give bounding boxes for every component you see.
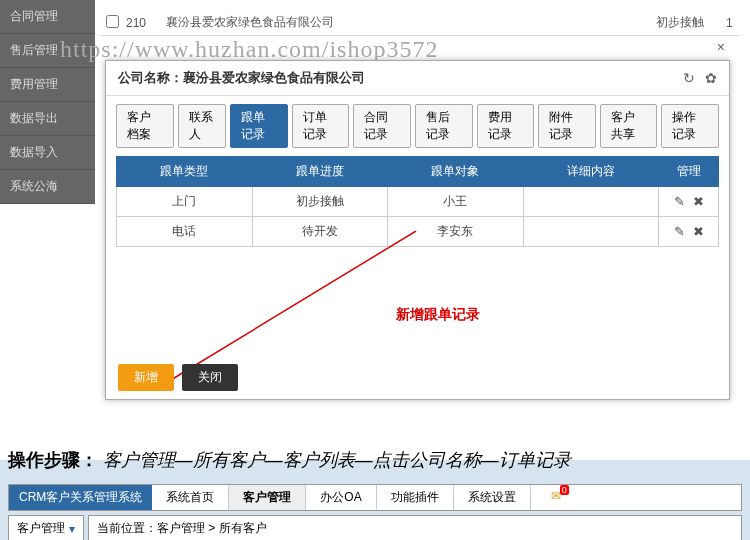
tab-expense[interactable]: 费用记录 [477, 104, 535, 148]
dropdown-icon: ▾ [69, 522, 75, 536]
refresh-icon[interactable]: ↻ [683, 70, 695, 86]
cell-detail [523, 187, 659, 217]
tab-attachment[interactable]: 附件记录 [538, 104, 596, 148]
nav-mail[interactable]: ✉0 [531, 485, 575, 510]
col-progress: 跟单进度 [252, 157, 388, 187]
row-num: 1 [720, 16, 740, 30]
title-company: 襄汾县爱农家绿色食品有限公司 [183, 70, 365, 85]
watermark: https://www.huzhan.com/ishop3572 [60, 36, 438, 63]
breadcrumb-label: 当前位置： [97, 521, 157, 535]
tab-log[interactable]: 操作记录 [661, 104, 719, 148]
close-icon[interactable]: × [717, 39, 725, 55]
edit-icon[interactable]: ✎ [670, 194, 689, 209]
tab-share[interactable]: 客户共享 [600, 104, 658, 148]
col-manage: 管理 [659, 157, 719, 187]
close-button[interactable]: 关闭 [182, 364, 238, 391]
sidebar-item-export[interactable]: 数据导出 [0, 102, 95, 136]
sidebar-item-pool[interactable]: 系统公海 [0, 170, 95, 204]
breadcrumb-path: 客户管理 > 所有客户 [157, 521, 267, 535]
table-row: 上门 初步接触 小王 ✎✖ [117, 187, 719, 217]
delete-icon[interactable]: ✖ [689, 194, 708, 209]
edit-icon[interactable]: ✎ [670, 224, 689, 239]
nav-home[interactable]: 系统首页 [152, 485, 229, 510]
cell-target: 小王 [388, 187, 524, 217]
row-checkbox[interactable] [106, 15, 119, 28]
row-id: 210 [120, 16, 160, 30]
add-button[interactable]: 新增 [118, 364, 174, 391]
instruction-text: 操作步骤： 客户管理—所有客户—客户列表—点击公司名称—订单记录 [8, 448, 571, 472]
nav-plugin[interactable]: 功能插件 [377, 485, 454, 510]
modal-title: 公司名称：襄汾县爱农家绿色食品有限公司 [118, 69, 365, 87]
sidebar: 合同管理 售后管理 费用管理 数据导出 数据导入 系统公海 [0, 0, 95, 204]
cell-progress: 初步接触 [252, 187, 388, 217]
bottom-nav: CRM客户关系管理系统 系统首页 客户管理 办公OA 功能插件 系统设置 ✉0 … [8, 484, 742, 540]
background-table: 210 襄汾县爱农家绿色食品有限公司 初步接触 1 [100, 10, 740, 36]
breadcrumb-left-label: 客户管理 [17, 520, 65, 537]
cell-type: 上门 [117, 187, 253, 217]
delete-icon[interactable]: ✖ [689, 224, 708, 239]
breadcrumb: 当前位置：客户管理 > 所有客户 [88, 515, 742, 540]
tab-contacts[interactable]: 联系人 [178, 104, 227, 148]
row-company: 襄汾县爱农家绿色食品有限公司 [160, 14, 650, 31]
instruction-steps: 客户管理—所有客户—客户列表—点击公司名称—订单记录 [103, 450, 571, 470]
tab-aftersale[interactable]: 售后记录 [415, 104, 473, 148]
nav-customer[interactable]: 客户管理 [229, 485, 306, 510]
nav-settings[interactable]: 系统设置 [454, 485, 531, 510]
cell-detail [523, 217, 659, 247]
svg-line-0 [161, 231, 416, 386]
nav-brand: CRM客户关系管理系统 [9, 485, 152, 510]
col-type: 跟单类型 [117, 157, 253, 187]
modal-tabs: 客户档案 联系人 跟单记录 订单记录 合同记录 售后记录 费用记录 附件记录 客… [106, 96, 729, 156]
table-row[interactable]: 210 襄汾县爱农家绿色食品有限公司 初步接触 1 [100, 10, 740, 36]
sidebar-item-expense[interactable]: 费用管理 [0, 68, 95, 102]
title-prefix: 公司名称： [118, 70, 183, 85]
mail-badge: 0 [560, 485, 569, 495]
envelope-icon: ✉0 [551, 489, 561, 503]
tab-archive[interactable]: 客户档案 [116, 104, 174, 148]
annotation-text: 新增跟单记录 [396, 306, 480, 324]
col-detail: 详细内容 [523, 157, 659, 187]
tab-followup[interactable]: 跟单记录 [230, 104, 288, 148]
sidebar-item-import[interactable]: 数据导入 [0, 136, 95, 170]
modal-dialog: × 公司名称：襄汾县爱农家绿色食品有限公司 ↻ ✿ 客户档案 联系人 跟单记录 … [105, 60, 730, 400]
gear-icon[interactable]: ✿ [705, 70, 717, 86]
sidebar-item-contract[interactable]: 合同管理 [0, 0, 95, 34]
tab-orders[interactable]: 订单记录 [292, 104, 350, 148]
row-status: 初步接触 [650, 14, 720, 31]
nav-oa[interactable]: 办公OA [306, 485, 376, 510]
instruction-label: 操作步骤： [8, 450, 98, 470]
col-target: 跟单对象 [388, 157, 524, 187]
tab-contracts[interactable]: 合同记录 [353, 104, 411, 148]
breadcrumb-module[interactable]: 客户管理 ▾ [8, 515, 84, 540]
